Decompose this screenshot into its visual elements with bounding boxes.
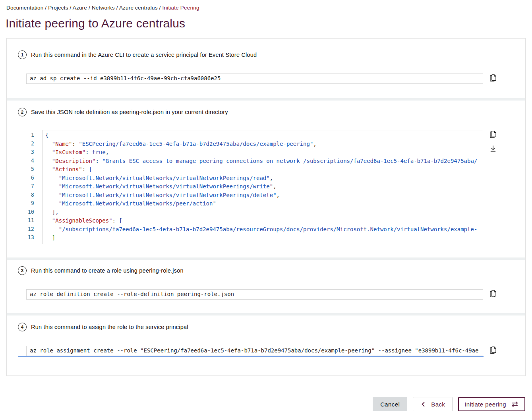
initiate-peering-label: Initiate peering <box>464 401 506 408</box>
footer-divider <box>0 388 532 388</box>
editor-gutter: 1234567891011121314 <box>18 130 42 244</box>
line-number: 4 <box>18 157 34 165</box>
initiate-peering-button[interactable]: Initiate peering <box>458 397 525 411</box>
code-line: "Microsoft.Network/virtualNetworks/virtu… <box>45 191 483 200</box>
line-number: 13 <box>18 233 34 242</box>
footer-actions: Cancel Back Initiate peering <box>0 397 532 411</box>
copy-icon <box>489 74 497 82</box>
line-number: 5 <box>18 165 34 174</box>
step-4-label: Run this command to assign the role to t… <box>31 324 188 330</box>
breadcrumb-item[interactable]: Azure <box>73 5 87 11</box>
breadcrumb-item[interactable]: Documentation <box>6 5 43 11</box>
page-title: Initiate peering to Azure centralus <box>6 17 526 30</box>
create-role-command-field[interactable]: az role definition create --role-definit… <box>26 289 483 300</box>
download-icon <box>489 144 497 153</box>
code-line: "AssignableScopes": [ <box>45 217 483 225</box>
field-scrollbar[interactable] <box>18 356 484 357</box>
code-line: "Actions": [ <box>45 165 483 174</box>
stepper-card: 1 Run this command in the Azure CLI to c… <box>6 38 526 376</box>
step-2-label: Save this JSON role definition as peerin… <box>31 109 228 115</box>
breadcrumb-separator: / <box>115 5 119 11</box>
step-3-section: 3 Run this command to create a role usin… <box>7 260 525 313</box>
code-line: "Microsoft.Network/virtualNetworks/virtu… <box>45 182 483 191</box>
step-2-number: 2 <box>18 108 27 116</box>
line-number: 7 <box>18 182 34 191</box>
breadcrumb-separator: / <box>87 5 92 11</box>
code-line: "Name": "ESCPeering/fa7eed6a-1ec5-4efa-b… <box>45 140 483 149</box>
line-number: 3 <box>18 148 34 157</box>
code-line: "/subscriptions/fa7eed6a-1ec5-4efa-b71a-… <box>45 225 483 234</box>
breadcrumb-separator: / <box>158 5 163 11</box>
line-number: 10 <box>18 208 34 217</box>
code-line: ] <box>45 234 483 242</box>
step-4-number: 4 <box>18 323 27 331</box>
breadcrumb-item: Initiate Peering <box>163 5 199 11</box>
step-3-label: Run this command to create a role using … <box>31 267 184 274</box>
line-number: 2 <box>18 139 34 148</box>
line-number: 8 <box>18 191 34 199</box>
step-1-section: 1 Run this command in the Azure CLI to c… <box>7 39 525 98</box>
step-1-number: 1 <box>18 50 27 59</box>
code-line: "IsCustom": true, <box>45 148 483 157</box>
breadcrumb-item[interactable]: Networks <box>92 5 115 11</box>
breadcrumb-item[interactable]: Azure centralus <box>119 5 158 11</box>
chevron-left-icon <box>420 401 426 407</box>
copy-icon <box>489 289 497 298</box>
code-line: } <box>45 242 483 244</box>
back-button[interactable]: Back <box>413 397 453 411</box>
code-line: "Description": "Grants ESC access to man… <box>45 157 483 166</box>
download-role-json-button[interactable] <box>489 144 497 153</box>
copy-icon <box>489 130 497 139</box>
breadcrumb-separator: / <box>43 5 48 11</box>
copy-icon <box>489 346 497 354</box>
editor-code[interactable]: { "Name": "ESCPeering/fa7eed6a-1ec5-4efa… <box>42 130 483 244</box>
copy-assign-role-button[interactable] <box>489 346 497 354</box>
breadcrumb-item[interactable]: Projects <box>48 5 68 11</box>
line-number: 11 <box>18 216 34 225</box>
create-sp-command-field[interactable]: az ad sp create --id e3899b11-4f6c-49ae-… <box>26 74 483 84</box>
line-number: 6 <box>18 174 34 182</box>
copy-role-json-button[interactable] <box>489 130 497 139</box>
copy-create-sp-button[interactable] <box>489 74 497 82</box>
copy-create-role-button[interactable] <box>489 289 497 298</box>
step-2-section: 2 Save this JSON role definition as peer… <box>7 101 525 257</box>
breadcrumb: Documentation / Projects / Azure / Netwo… <box>0 0 532 11</box>
line-number: 1 <box>18 131 34 139</box>
assign-role-command-field[interactable]: az role assignment create --role "ESCPee… <box>26 346 483 356</box>
json-role-editor[interactable]: 1234567891011121314 { "Name": "ESCPeerin… <box>18 130 483 244</box>
step-1-label: Run this command in the Azure CLI to cre… <box>31 52 257 58</box>
step-4-section: 4 Run this command to assign the role to… <box>7 315 525 375</box>
code-line: "Microsoft.Network/virtualNetworks/virtu… <box>45 174 483 183</box>
code-line: { <box>45 131 483 140</box>
code-line: "Microsoft.Network/virtualNetworks/peer/… <box>45 199 483 208</box>
code-line: ], <box>45 208 483 217</box>
line-number: 14 <box>18 242 34 244</box>
breadcrumb-separator: / <box>68 5 73 11</box>
cancel-button[interactable]: Cancel <box>373 397 407 411</box>
back-button-label: Back <box>431 401 445 408</box>
line-number: 12 <box>18 225 34 234</box>
transfer-arrows-icon <box>511 400 519 408</box>
step-3-number: 3 <box>18 266 27 275</box>
line-number: 9 <box>18 199 34 208</box>
